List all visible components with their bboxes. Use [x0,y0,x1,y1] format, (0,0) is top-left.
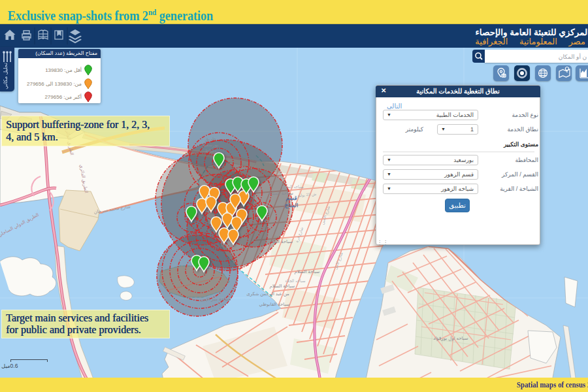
svg-text:سباحه الصباح: سباحه الصباح [282,185,303,189]
svg-text:بورسعيد: بورسعيد [203,142,218,148]
svg-text:طريق: طريق [204,137,216,142]
svg-text:سباحة مبر الإس: سباحة مبر الإس [201,297,231,302]
svg-text:من عبد الرحمن شكرى: من عبد الرحمن شكرى [246,291,289,297]
svg-text:المناخ: المناخ [285,202,299,209]
svg-text:سباحة القابوطي: سباحة القابوطي [259,302,290,307]
svg-text:سباحه الجلاء: سباحه الجلاء [285,279,305,283]
svg-text:سباحة السلام: سباحة السلام [270,284,295,289]
svg-text:سباحة البلد: سباحة البلد [272,239,293,244]
svg-text:سباحه اول بورفؤاد: سباحه اول بورفؤاد [433,336,468,341]
svg-text:قسم: قسم [286,195,297,202]
svg-text:سباحة السلام: سباحة السلام [295,269,320,274]
svg-text:دمياط: دمياط [204,148,216,153]
